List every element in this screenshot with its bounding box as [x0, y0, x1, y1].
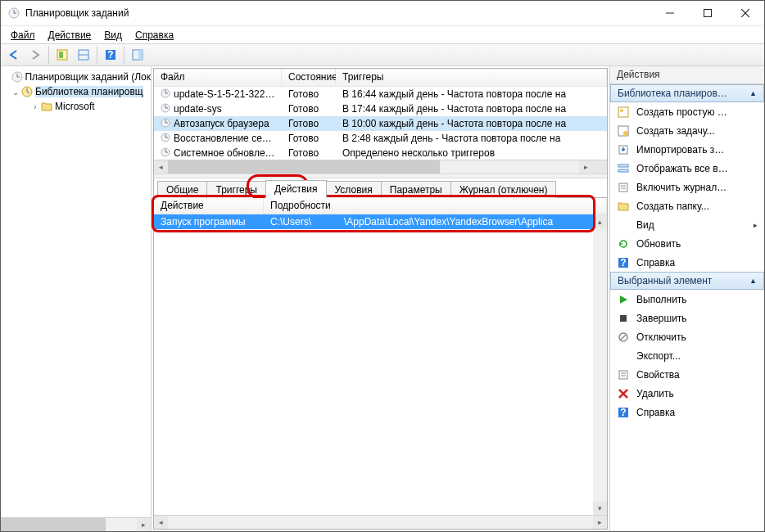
action-delete[interactable]: Удалить [610, 384, 764, 403]
expand-icon[interactable]: › [30, 102, 40, 111]
action-row[interactable]: Запуск программы C:\Users\ \AppData\Loca… [154, 214, 607, 229]
action-enable-history[interactable]: Включить журнал… [610, 178, 764, 196]
action-import-task[interactable]: Импортировать з… [610, 140, 764, 159]
scroll-down-icon[interactable]: ▾ [593, 501, 607, 515]
tab-actions[interactable]: Действия [265, 180, 327, 198]
svg-rect-51 [619, 371, 627, 379]
action-help[interactable]: ?Справка [610, 253, 764, 272]
tab-params[interactable]: Параметры [381, 181, 451, 198]
action-label: Создать задачу... [636, 125, 715, 137]
action-view[interactable]: Вид▸ [610, 215, 764, 234]
tree-library-label: Библиотека планировщ [35, 86, 143, 97]
action-run[interactable]: Выполнить [610, 290, 764, 309]
svg-rect-36 [618, 107, 628, 117]
action-end[interactable]: Завершить [610, 309, 764, 327]
svg-line-50 [621, 335, 626, 340]
expand-icon[interactable]: ⌄ [11, 88, 20, 97]
tab-triggers[interactable]: Триггеры [206, 181, 266, 198]
tree-root[interactable]: Планировщик заданий (Лок [1, 70, 151, 84]
task-trigger: В 17:44 каждый день - Частота повтора по… [336, 103, 607, 115]
task-trigger: В 10:00 каждый день - Частота повтора по… [336, 118, 607, 129]
action-disable[interactable]: Отключить [610, 327, 764, 346]
col-action[interactable]: Действие [154, 198, 264, 214]
task-scheduler-window: Планировщик заданий Файл Действие Вид Сп… [0, 0, 765, 532]
help-button[interactable]: ? [101, 46, 120, 64]
maximize-button[interactable] [689, 1, 727, 25]
menu-file[interactable]: Файл [4, 28, 42, 43]
scroll-right-icon[interactable]: ▸ [137, 518, 151, 531]
library-icon [20, 85, 34, 98]
scrollbar-track[interactable] [593, 228, 607, 501]
window-title: Планировщик заданий [25, 7, 129, 19]
action-create-basic-task[interactable]: Создать простую … [610, 102, 764, 121]
task-row[interactable]: Восстановление се… Готово В 2:48 каждый … [154, 131, 607, 146]
task-icon [161, 133, 170, 145]
actions-vscroll[interactable]: ▴ ▾ [593, 214, 607, 515]
scroll-right-icon[interactable]: ▸ [593, 516, 607, 529]
actions-section-selected[interactable]: Выбранный элемент ▲ [610, 272, 764, 290]
menu-view[interactable]: Вид [97, 28, 129, 43]
task-row[interactable]: update-S-1-5-21-322… Готово В 16:44 кажд… [154, 87, 607, 101]
tree-library[interactable]: ⌄ Библиотека планировщ [1, 84, 151, 99]
actions-hscroll[interactable]: ◂ ▸ [154, 515, 607, 529]
run-icon [617, 293, 630, 306]
scroll-up-icon[interactable]: ▴ [593, 214, 607, 228]
scrollbar-thumb[interactable] [1, 518, 106, 531]
scroll-left-icon[interactable]: ◂ [154, 160, 168, 174]
action-new-folder[interactable]: Создать папку... [610, 196, 764, 215]
actions-section-library[interactable]: Библиотека планиров… ▲ [610, 84, 764, 102]
details-pane-button[interactable] [74, 46, 93, 64]
action-label: Вид [636, 219, 654, 231]
minimize-button[interactable] [651, 1, 689, 25]
scroll-left-icon[interactable]: ◂ [154, 516, 168, 529]
task-list-body[interactable]: update-S-1-5-21-322… Готово В 16:44 кажд… [154, 87, 607, 160]
task-trigger: Определено несколько триггеров [336, 147, 607, 159]
stop-icon [617, 312, 630, 325]
back-button[interactable] [4, 46, 24, 64]
content-area: Планировщик заданий (Лок ⌄ Библиотека пл… [1, 66, 764, 531]
section-label: Выбранный элемент [618, 275, 712, 286]
col-details[interactable]: Подробности [264, 198, 607, 214]
scroll-right-icon[interactable]: ▸ [579, 160, 593, 174]
folder-icon [40, 100, 53, 113]
navigation-tree[interactable]: Планировщик заданий (Лок ⌄ Библиотека пл… [1, 66, 151, 517]
tab-general[interactable]: Общие [157, 181, 207, 198]
col-triggers[interactable]: Триггеры [336, 69, 607, 86]
help-icon: ? [617, 256, 630, 269]
close-button[interactable] [727, 1, 764, 25]
menu-action[interactable]: Действие [42, 28, 98, 43]
scrollbar-thumb[interactable] [168, 160, 440, 174]
tab-history[interactable]: Журнал (отключен) [450, 181, 557, 198]
tree-hscrollbar[interactable]: ▸ [1, 517, 151, 531]
actions-pane-toggle-button[interactable] [128, 46, 147, 64]
chevron-up-icon: ▲ [749, 277, 757, 285]
action-help-2[interactable]: ?Справка [610, 403, 764, 422]
task-row[interactable]: update-sys Готово В 17:44 каждый день - … [154, 101, 607, 116]
task-details-pane: Общие Триггеры Действия Условия Параметр… [154, 178, 607, 529]
action-refresh[interactable]: Обновить [610, 234, 764, 253]
show-hide-tree-button[interactable] [52, 46, 72, 64]
section-label: Библиотека планиров… [618, 88, 727, 99]
action-properties[interactable]: Свойства [610, 365, 764, 384]
actions-body[interactable]: Запуск программы C:\Users\ \AppData\Loca… [154, 214, 607, 515]
task-list-hscroll[interactable]: ◂ ▸ [154, 160, 607, 174]
task-trigger: В 16:44 каждый день - Частота повтора по… [336, 88, 607, 100]
action-label: Создать простую … [636, 106, 727, 118]
col-file[interactable]: Файл [154, 69, 282, 86]
action-label: Справка [636, 257, 675, 268]
svg-point-37 [620, 109, 623, 112]
tree-microsoft[interactable]: › Microsoft [1, 99, 151, 114]
action-show-all-running[interactable]: Отображать все в… [610, 159, 764, 178]
tab-conditions[interactable]: Условия [326, 181, 382, 198]
action-label: Экспорт... [636, 350, 681, 362]
task-row-selected[interactable]: Автозапуск браузера Готово В 10:00 кажды… [154, 116, 607, 131]
action-export[interactable]: Экспорт... [610, 346, 764, 365]
task-row[interactable]: Системное обновле… Готово Определено нес… [154, 146, 607, 160]
task-name: update-S-1-5-21-322… [174, 88, 274, 100]
svg-rect-41 [618, 165, 628, 167]
forward-button[interactable] [25, 46, 45, 64]
menu-help[interactable]: Справка [129, 28, 180, 43]
task-state: Готово [282, 147, 336, 159]
col-state[interactable]: Состояние [282, 69, 336, 86]
action-create-task[interactable]: Создать задачу... [610, 121, 764, 140]
